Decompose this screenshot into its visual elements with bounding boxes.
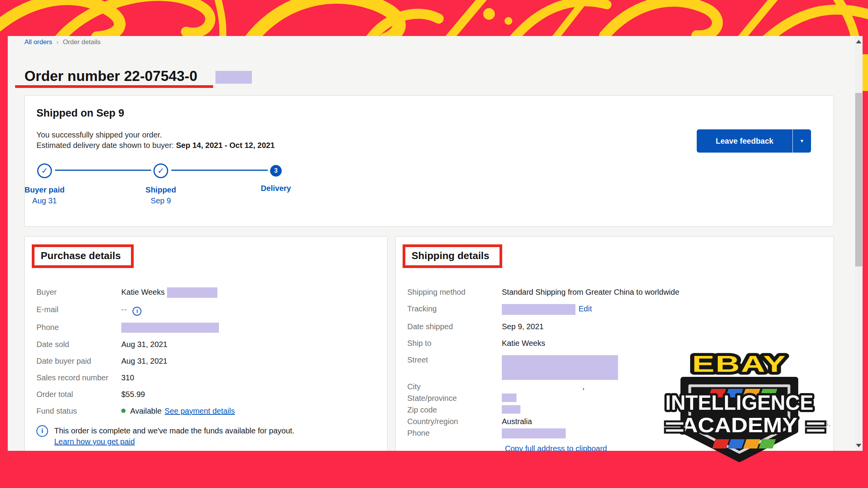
value-text: Standard Shipping from Greater China to … bbox=[502, 287, 679, 297]
detail-row: E-mail--i bbox=[36, 305, 375, 316]
row-value: AvailableSee payment details bbox=[121, 406, 235, 416]
detail-row: Ship toKatie Weeks bbox=[407, 339, 822, 348]
row-link[interactable]: Edit bbox=[579, 304, 592, 314]
tracker-line bbox=[171, 170, 268, 171]
row-value: , bbox=[502, 382, 585, 392]
row-label: Country/region bbox=[407, 417, 502, 426]
redacted-value bbox=[121, 323, 219, 333]
detail-row: Date shippedSep 9, 2021 bbox=[407, 322, 822, 332]
info-icon[interactable]: i bbox=[133, 307, 141, 316]
background-text-fragment: ows. bbox=[812, 418, 831, 428]
redacted-value bbox=[502, 393, 517, 402]
row-label: City bbox=[407, 382, 502, 392]
row-value: --i bbox=[121, 305, 141, 316]
row-label: Tracking bbox=[407, 304, 502, 315]
vertical-scrollbar[interactable] bbox=[855, 36, 863, 451]
row-value: Katie Weeks bbox=[121, 287, 217, 298]
triangle-down-icon bbox=[856, 444, 861, 447]
row-value: Edit bbox=[502, 304, 592, 315]
row-label: Phone bbox=[407, 428, 502, 438]
detail-row: Order total$55.99 bbox=[36, 390, 375, 399]
detail-row: Zip code bbox=[407, 405, 822, 415]
row-label: Zip code bbox=[407, 405, 502, 415]
row-label: Shipping method bbox=[407, 287, 502, 297]
step-date-buyer-paid: Aug 31 bbox=[2, 196, 87, 205]
detail-row: BuyerKatie Weeks bbox=[36, 287, 375, 298]
breadcrumb-current: Order details bbox=[63, 38, 100, 46]
row-label: Phone bbox=[36, 323, 121, 333]
row-label: Ship to bbox=[407, 339, 502, 348]
detail-row: Date soldAug 31, 2021 bbox=[36, 340, 375, 349]
top-banner bbox=[0, 0, 868, 36]
value-text: , bbox=[582, 382, 585, 392]
breadcrumb-all-orders-link[interactable]: All orders bbox=[24, 38, 52, 46]
info-icon[interactable]: i bbox=[36, 425, 48, 437]
detail-row: Sales record number310 bbox=[36, 373, 375, 383]
page-title: Order number 22-07543-0 bbox=[24, 68, 197, 84]
row-value: 310 bbox=[121, 373, 134, 383]
row-link[interactable]: See payment details bbox=[165, 406, 235, 416]
redacted-value bbox=[502, 355, 618, 380]
row-value: Sep 9, 2021 bbox=[502, 322, 544, 332]
row-value: Aug 31, 2021 bbox=[121, 340, 167, 349]
redacted-value bbox=[502, 405, 520, 414]
redacted-order-number bbox=[215, 71, 252, 84]
row-value: Aug 31, 2021 bbox=[121, 356, 167, 366]
row-value bbox=[502, 393, 517, 403]
step-number-badge: 3 bbox=[270, 165, 282, 177]
detail-row: Country/regionAustralia bbox=[407, 417, 822, 426]
status-dot bbox=[121, 409, 126, 413]
value-text: Sep 9, 2021 bbox=[502, 322, 544, 332]
row-label: Date shipped bbox=[407, 322, 502, 332]
estimate-value: Sep 14, 2021 - Oct 12, 2021 bbox=[176, 141, 275, 149]
status-message: You successfully shipped your order. Est… bbox=[36, 130, 275, 151]
row-label: Date buyer paid bbox=[36, 356, 121, 366]
leave-feedback-button[interactable]: Leave feedback bbox=[697, 129, 792, 153]
status-heading: Shipped on Sep 9 bbox=[36, 107, 124, 119]
status-message-line1: You successfully shipped your order. bbox=[36, 130, 275, 140]
scroll-down-button[interactable] bbox=[855, 441, 863, 450]
row-value bbox=[121, 323, 219, 333]
row-label: Order total bbox=[36, 390, 121, 399]
redacted-value bbox=[167, 287, 217, 298]
right-border-strip bbox=[863, 36, 868, 451]
row-value: Standard Shipping from Greater China to … bbox=[502, 287, 679, 297]
payout-info-note: i This order is complete and we've made … bbox=[36, 425, 375, 447]
row-label: Date sold bbox=[36, 340, 121, 349]
purchase-details-rows: BuyerKatie WeeksE-mail--iPhoneDate soldA… bbox=[36, 287, 375, 416]
detail-row: Fund statusAvailableSee payment details bbox=[36, 406, 375, 416]
row-value bbox=[502, 428, 566, 438]
detail-row: Phone bbox=[36, 323, 375, 333]
breadcrumb: All orders › Order details bbox=[24, 38, 100, 46]
yellow-accent bbox=[863, 54, 868, 91]
row-label: Sales record number bbox=[36, 373, 121, 383]
shipping-status-card: Shipped on Sep 9 You successfully shippe… bbox=[24, 95, 834, 227]
value-text: $55.99 bbox=[121, 390, 145, 399]
payout-info-text: This order is complete and we've made th… bbox=[54, 425, 294, 447]
row-value: $55.99 bbox=[121, 390, 145, 399]
row-value bbox=[502, 405, 520, 415]
scrollbar-thumb[interactable] bbox=[855, 93, 862, 266]
annotation-box: Purchase details bbox=[32, 244, 134, 268]
detail-row: Shipping methodStandard Shipping from Gr… bbox=[407, 287, 822, 297]
detail-row: State/province bbox=[407, 393, 822, 403]
shipping-details-card: Shipping details Shipping methodStandard… bbox=[395, 236, 834, 454]
triangle-up-icon bbox=[856, 40, 861, 43]
learn-how-paid-link[interactable]: Learn how you get paid bbox=[54, 437, 135, 446]
detail-row: City, bbox=[407, 382, 822, 392]
chevron-right-icon: › bbox=[57, 39, 59, 46]
detail-row: Phone bbox=[407, 428, 822, 438]
row-label: Buyer bbox=[36, 287, 121, 298]
status-message-line2: Estimated delivery date shown to buyer: … bbox=[36, 140, 275, 151]
value-text: Aug 31, 2021 bbox=[121, 340, 167, 349]
bottom-banner bbox=[0, 451, 868, 488]
step-date-shipped: Sep 9 bbox=[118, 196, 203, 205]
shipping-details-rows: Shipping methodStandard Shipping from Gr… bbox=[407, 287, 822, 454]
scroll-up-button[interactable] bbox=[855, 37, 863, 46]
redacted-value bbox=[502, 428, 566, 438]
redacted-value bbox=[502, 304, 575, 315]
value-text: Katie Weeks bbox=[502, 339, 545, 348]
chevron-down-icon[interactable]: ▼ bbox=[793, 129, 811, 153]
row-value bbox=[502, 355, 618, 380]
row-label: Fund status bbox=[36, 406, 121, 416]
